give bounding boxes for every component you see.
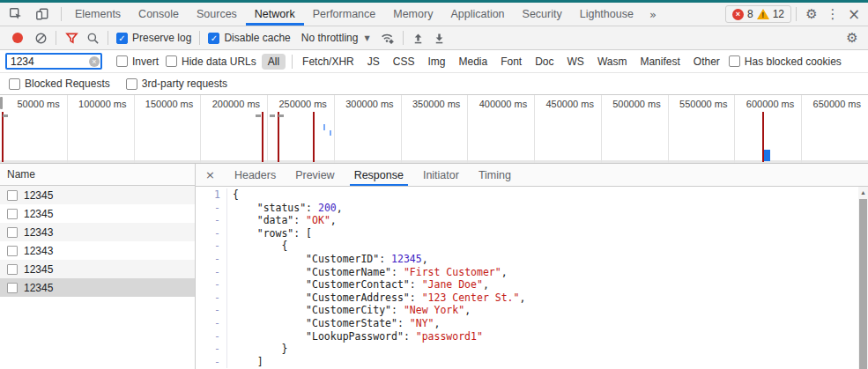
disable-cache-checkbox[interactable]: ✓ Disable cache xyxy=(208,32,290,44)
close-devtools-icon[interactable]: × xyxy=(843,4,864,24)
checkbox-checked-icon: ✓ xyxy=(208,33,219,44)
filter-type-ws[interactable]: WS xyxy=(568,55,584,68)
network-settings-gear-icon[interactable]: ⚙ xyxy=(842,28,863,48)
filter-type-other[interactable]: Other xyxy=(694,55,720,68)
network-conditions-icon[interactable] xyxy=(377,28,398,48)
search-icon[interactable] xyxy=(82,28,103,48)
scrollbar-up-icon[interactable]: ▲ xyxy=(858,187,868,198)
tab-memory[interactable]: Memory xyxy=(384,3,441,26)
filter-type-manifest[interactable]: Manifest xyxy=(640,55,679,68)
scrollbar-thumb[interactable] xyxy=(859,199,867,369)
token xyxy=(233,330,306,343)
network-overview-timeline[interactable]: 50000 ms100000 ms150000 ms200000 ms25000… xyxy=(0,95,868,164)
filter-type-img[interactable]: Img xyxy=(427,55,445,68)
export-har-icon[interactable] xyxy=(429,28,450,48)
blocked-requests-checkbox[interactable]: Blocked Requests xyxy=(9,77,110,90)
devtools-tabbar: ElementsConsoleSourcesNetworkPerformance… xyxy=(0,3,868,26)
token: { xyxy=(233,188,239,201)
invert-checkbox[interactable]: Invert xyxy=(116,55,159,68)
request-row[interactable]: 12345 xyxy=(0,278,195,297)
detail-tab-initiator[interactable]: Initiator xyxy=(413,164,469,186)
tab-elements[interactable]: Elements xyxy=(66,3,130,26)
line-content: "LookupPassword": "password1" xyxy=(233,330,483,343)
filter-type-wasm[interactable]: Wasm xyxy=(597,55,627,68)
name-column-header[interactable]: Name xyxy=(0,164,195,186)
filter-type-fetchxhr[interactable]: Fetch/XHR xyxy=(302,55,354,68)
tab-application[interactable]: Application xyxy=(441,3,513,26)
timeline-load-event-line xyxy=(278,112,279,162)
request-row[interactable]: 12345 xyxy=(0,204,195,223)
token xyxy=(233,292,306,304)
hide-data-urls-checkbox[interactable]: Hide data URLs xyxy=(166,55,256,68)
timeline-tick-label: 500000 ms xyxy=(597,99,664,109)
line-content: "CustomerCity": "New York", xyxy=(233,304,471,317)
request-row[interactable]: 12345 xyxy=(0,260,195,278)
inspect-element-icon[interactable] xyxy=(5,4,26,24)
timeline-tick-label: 600000 ms xyxy=(731,99,798,109)
line-content: "CustomerName": "First Customer", xyxy=(233,266,508,279)
token: , xyxy=(434,317,441,329)
record-icon[interactable] xyxy=(12,33,23,43)
tab-console[interactable]: Console xyxy=(130,3,188,26)
line-content: "CustomerContact": "Jane Doe", xyxy=(233,278,489,292)
filter-type-css[interactable]: CSS xyxy=(393,55,415,68)
filter-type-media[interactable]: Media xyxy=(458,55,487,68)
line-content: "CustomerAddress": "123 Center St.", xyxy=(233,292,525,305)
filter-type-all[interactable]: All xyxy=(262,54,286,70)
throttling-select[interactable]: No throttling ▼ xyxy=(301,32,370,44)
request-row[interactable]: 12345 xyxy=(0,186,195,204)
filter-type-doc[interactable]: Doc xyxy=(535,55,553,68)
line-number: - xyxy=(196,266,227,279)
request-checkbox[interactable] xyxy=(7,264,18,275)
request-checkbox[interactable] xyxy=(7,190,18,201)
request-name: 12345 xyxy=(24,189,53,202)
token: "New York" xyxy=(404,304,464,316)
code-line: - { xyxy=(196,240,858,253)
token xyxy=(233,253,306,265)
clear-filter-icon[interactable]: × xyxy=(89,56,100,67)
line-number: - xyxy=(196,330,227,343)
timeline-load-event-line xyxy=(2,112,4,162)
scrollbar[interactable]: ▲ xyxy=(858,187,868,369)
tab-sources[interactable]: Sources xyxy=(188,3,246,26)
tab-lighthouse[interactable]: Lighthouse xyxy=(571,3,642,26)
filter-funnel-icon[interactable] xyxy=(61,28,82,48)
settings-gear-icon[interactable]: ⚙ xyxy=(801,4,822,24)
timeline-bottom-band xyxy=(0,160,868,163)
detail-tab-response[interactable]: Response xyxy=(345,164,413,186)
request-checkbox[interactable] xyxy=(7,283,18,293)
detail-tab-headers[interactable]: Headers xyxy=(225,164,286,186)
token: "rows" xyxy=(257,227,294,240)
request-row[interactable]: 12343 xyxy=(0,223,195,241)
request-checkbox[interactable] xyxy=(7,227,18,238)
tab-network[interactable]: Network xyxy=(246,3,304,26)
code-line: - "CustomerAddress": "123 Center St.", xyxy=(196,292,858,305)
filter-type-js[interactable]: JS xyxy=(367,55,380,68)
close-details-icon[interactable]: × xyxy=(196,164,225,186)
menu-dots-icon[interactable]: ⋮ xyxy=(822,4,843,24)
hide-data-urls-label: Hide data URLs xyxy=(182,55,256,68)
has-blocked-cookies-checkbox[interactable]: Has blocked cookies xyxy=(729,55,842,68)
tab-performance[interactable]: Performance xyxy=(304,3,385,26)
token: } xyxy=(233,343,287,355)
detail-tab-preview[interactable]: Preview xyxy=(286,164,344,186)
preserve-log-checkbox[interactable]: ✓ Preserve log xyxy=(116,32,191,44)
third-party-requests-checkbox[interactable]: 3rd-party requests xyxy=(126,77,227,90)
more-tabs-icon[interactable]: » xyxy=(642,3,664,26)
detail-tab-timing[interactable]: Timing xyxy=(469,164,521,186)
filter-type-font[interactable]: Font xyxy=(501,55,522,68)
chevron-down-icon: ▼ xyxy=(364,34,369,42)
tab-security[interactable]: Security xyxy=(514,3,571,26)
device-toolbar-icon[interactable] xyxy=(32,4,53,24)
issues-badge[interactable]: × 8 ! 12 xyxy=(725,5,791,23)
token: : xyxy=(293,214,306,226)
request-checkbox[interactable] xyxy=(7,209,18,219)
token: "Jane Doe" xyxy=(422,278,483,291)
devtools-window: ElementsConsoleSourcesNetworkPerformance… xyxy=(0,0,868,369)
line-content: "rows": [ xyxy=(233,227,312,240)
filter-input[interactable] xyxy=(5,53,102,70)
request-checkbox[interactable] xyxy=(7,246,18,256)
clear-icon[interactable] xyxy=(30,28,51,48)
request-row[interactable]: 12343 xyxy=(0,241,195,260)
import-har-icon[interactable] xyxy=(408,28,429,48)
